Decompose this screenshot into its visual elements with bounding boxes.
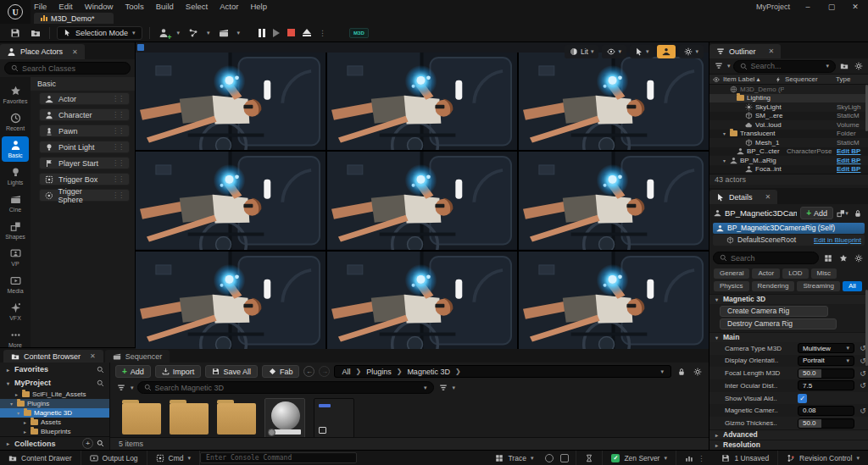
details-settings-icon[interactable] [853, 252, 865, 264]
show-visual-aid-checkbox[interactable]: ✓ [798, 394, 807, 403]
chip-actor[interactable]: Actor [752, 268, 780, 279]
menu-select[interactable]: Select [186, 2, 208, 11]
forward-button[interactable]: → [319, 366, 330, 377]
camera-type-dropdown[interactable]: Multiview▾ [798, 343, 854, 353]
game-view-toggle[interactable] [657, 45, 676, 58]
category-more[interactable]: More [2, 326, 29, 347]
outliner-tab[interactable]: Outliner ✕ [709, 44, 781, 58]
create-camera-rig-button[interactable]: Create Camera Rig [720, 306, 828, 317]
reset-icon[interactable]: ↺ [858, 381, 868, 390]
placeable-point-light[interactable]: Point Light⋮⋮ [39, 141, 130, 153]
project-section[interactable]: ▾MyProject [0, 376, 109, 390]
magnetic-camera-input[interactable]: 0.08 [798, 406, 854, 416]
category-cine[interactable]: Cine [2, 191, 29, 216]
outliner-row-skylight[interactable]: SkyLightSkyLigh [709, 102, 868, 112]
outliner-row-volume[interactable]: Vol..loudVolume [709, 120, 868, 130]
component-self[interactable]: BP_Magnetic3DCameraRig (Self) [713, 223, 865, 234]
blueprint-dropdown-icon[interactable]: ▾ [837, 208, 849, 219]
component-scene-root[interactable]: DefaultSceneRoot Edit in Blueprint [713, 235, 865, 246]
edit-in-blueprint-link[interactable]: Edit in Blueprint [814, 236, 861, 244]
search-icon[interactable] [97, 379, 104, 387]
details-tab[interactable]: Details ✕ [709, 190, 777, 204]
lock-icon[interactable] [852, 208, 864, 219]
edit-bp-link[interactable]: Edit BP [837, 157, 865, 164]
search-classes-input[interactable]: Search Classes [4, 62, 131, 75]
category-basic[interactable]: Basic [2, 136, 29, 162]
screenshot-button[interactable] [557, 451, 576, 465]
chip-all[interactable]: All [843, 281, 862, 291]
edit-bp-link[interactable]: Edit BP [837, 165, 865, 173]
chip-lod[interactable]: LOD [782, 268, 808, 279]
collections-section[interactable]: ▸Collections + [0, 436, 109, 450]
placeable-trigger-sphere[interactable]: Trigger Sphere⋮⋮ [39, 189, 130, 202]
lock-icon[interactable] [676, 366, 687, 378]
favorites-section[interactable]: ▸Favorites [0, 363, 109, 376]
close-icon[interactable]: ✕ [769, 47, 775, 55]
add-actor-icon[interactable]: + [157, 26, 170, 40]
filter-icon[interactable] [115, 382, 127, 394]
resume-button[interactable] [273, 29, 280, 37]
close-icon[interactable]: ✕ [90, 352, 96, 360]
maximize-button[interactable]: ▢ [826, 3, 837, 11]
path-dropdown-icon[interactable]: ▾ [660, 368, 664, 375]
section-advanced[interactable]: ▸Advanced [709, 429, 868, 440]
menu-edit[interactable]: Edit [58, 2, 72, 11]
asset-folder[interactable] [122, 403, 161, 435]
section-main[interactable]: ▾Main [709, 332, 868, 342]
magnetic3d-plugin-button[interactable]: M3D [349, 28, 369, 38]
content-browser-tab[interactable]: Content Browser ✕ [3, 350, 103, 363]
viewport-camera-cell[interactable] [519, 252, 709, 349]
favorites-star-icon[interactable] [837, 252, 849, 264]
viewport-camera-cell[interactable] [327, 152, 517, 249]
asset-blueprint[interactable] [314, 398, 354, 437]
level-viewport[interactable]: Lit▾ ▾ ▾ ▾ [136, 42, 709, 347]
inter-ocular-input[interactable]: 7.5 [798, 380, 854, 390]
category-lights[interactable]: Lights [2, 163, 29, 189]
view-mode-dropdown[interactable]: Lit▾ [565, 45, 599, 58]
tree-item-plugins[interactable]: ▾Plugins [0, 399, 109, 408]
cinematics-icon[interactable] [217, 26, 231, 40]
gizmo-thickness-input[interactable]: 50.0 [798, 418, 854, 429]
column-type[interactable]: Type [836, 75, 865, 83]
eye-icon[interactable] [713, 76, 720, 83]
outliner-filter-icon[interactable] [713, 60, 725, 72]
back-button[interactable]: ← [303, 366, 314, 377]
play-options-menu[interactable]: ⋮ [319, 29, 327, 37]
chip-streaming[interactable]: Streaming [797, 281, 839, 291]
category-favorites[interactable]: Favorites [2, 82, 29, 108]
asset-folder[interactable] [170, 403, 209, 435]
eject-button[interactable] [303, 29, 311, 36]
placeable-pawn[interactable]: Pawn⋮⋮ [39, 125, 130, 137]
save-icon[interactable] [8, 26, 22, 40]
show-flags-dropdown[interactable]: ▾ [602, 45, 626, 58]
placeable-actor[interactable]: Actor⋮⋮ [39, 92, 130, 105]
chip-misc[interactable]: Misc [811, 268, 837, 279]
outliner-row-mesh1[interactable]: Mesh_1StaticM [709, 138, 868, 147]
menu-window[interactable]: Window [85, 2, 114, 11]
add-collection-button[interactable]: + [82, 438, 93, 449]
lightning-icon[interactable] [775, 76, 782, 83]
viewport-menu-icon[interactable] [137, 44, 144, 51]
details-search-input[interactable]: Search [713, 252, 819, 264]
feedback-button[interactable] [542, 451, 557, 465]
menu-actor[interactable]: Actor [220, 2, 238, 11]
viewport-camera-cell[interactable] [136, 152, 326, 249]
section-magnetic3d[interactable]: ▾Magnetic 3D [709, 294, 868, 304]
save-all-button[interactable]: Save All [205, 365, 258, 378]
selection-mode-dropdown[interactable]: Selection Mode ▾ [57, 26, 142, 40]
asset-folder[interactable] [217, 403, 256, 435]
fab-button[interactable]: Fab [262, 365, 300, 378]
outliner-row-translucent[interactable]: ▾TranslucentFolder [709, 130, 868, 139]
breadcrumb[interactable]: All❯ Plugins❯ Magnetic 3D❯ ▾ [334, 365, 671, 378]
import-button[interactable]: Import [155, 365, 202, 378]
category-recent[interactable]: Recent [2, 109, 29, 135]
menu-help[interactable]: Help [250, 2, 267, 11]
settings-gear-icon[interactable] [692, 366, 704, 378]
blueprints-icon[interactable] [186, 26, 200, 40]
close-button[interactable]: ✕ [849, 3, 861, 11]
tree-item-scifi-assets[interactable]: ▸SciFi_Lite_Assets [0, 390, 109, 399]
viewport-camera-cell[interactable] [327, 53, 517, 150]
zen-server-dropdown[interactable]: ✓Zen Server▾ [603, 451, 676, 465]
tree-item-magnetic3d[interactable]: ▾Magnetic 3D [0, 408, 109, 418]
menu-build[interactable]: Build [156, 2, 174, 11]
